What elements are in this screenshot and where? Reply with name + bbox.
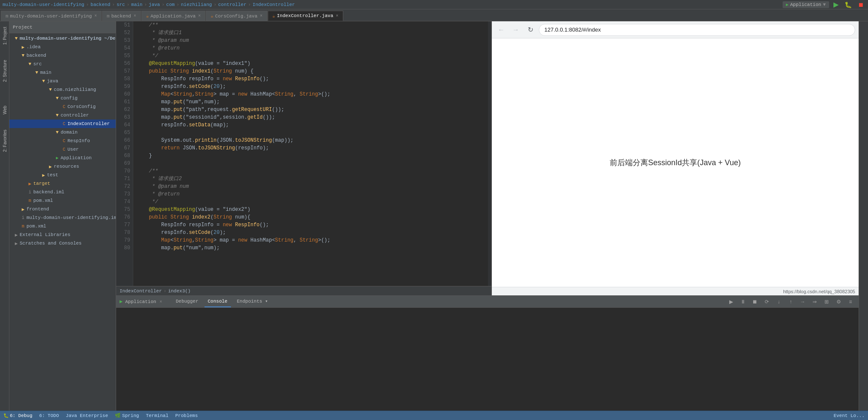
tab-corsconfig-text: CorsConfig.java xyxy=(215,14,257,19)
debug-toolbar-run-cursor[interactable]: ⇒ xyxy=(810,297,819,306)
browser-forward-btn[interactable]: → xyxy=(510,24,522,36)
project-panel-btn[interactable]: 1: Project xyxy=(1,23,8,49)
line-numbers: 5152535455565758596061626364656667686970… xyxy=(116,21,133,286)
tab-multy-close[interactable]: × xyxy=(94,14,97,18)
tree-indexcontroller[interactable]: C IndexController xyxy=(9,120,116,128)
debug-toolbar-pause[interactable]: ⏸ xyxy=(738,297,748,306)
address-input[interactable] xyxy=(544,26,850,33)
tab-indexcontroller-icon: ☕ xyxy=(272,13,275,19)
debug-toolbar-stop[interactable]: ⏹ xyxy=(750,297,760,306)
tree-target-icon: ▶ xyxy=(26,181,33,187)
tree-pom[interactable]: m pom.xml xyxy=(9,222,116,230)
tab-application-close[interactable]: × xyxy=(198,14,201,18)
structure-panel-btn[interactable]: 2: Structure xyxy=(1,58,8,84)
debug-content[interactable] xyxy=(116,308,859,411)
web-panel-btn[interactable]: Web xyxy=(1,102,8,119)
debug-header: ▶ Application × Debugger Console Endpoin… xyxy=(116,296,859,308)
editor-content[interactable]: 5152535455565758596061626364656667686970… xyxy=(116,21,491,286)
debug-toolbar-stepin[interactable]: ↓ xyxy=(774,297,783,306)
sidebar-content[interactable]: ▼ multy-domain-user-identifying ~/Deskto… xyxy=(9,33,116,411)
tab-backend-close[interactable]: × xyxy=(134,14,136,18)
tab-indexcontroller-close[interactable]: × xyxy=(336,14,339,18)
tab-indexcontroller[interactable]: ☕ IndexController.java × xyxy=(268,11,343,21)
status-terminal[interactable]: Terminal xyxy=(146,413,169,418)
status-spring[interactable]: 🌿 Spring xyxy=(115,413,139,418)
tree-respinfo[interactable]: C RespInfo xyxy=(9,137,116,145)
address-bar[interactable] xyxy=(539,24,855,36)
tree-user[interactable]: C User xyxy=(9,145,116,154)
tree-pom-back[interactable]: m pom.xml xyxy=(9,196,116,205)
tree-controller[interactable]: ▼ controller xyxy=(9,111,116,120)
tree-application[interactable]: ▶ Application xyxy=(9,154,116,162)
debug-toolbar-stepover[interactable]: → xyxy=(798,297,807,306)
debug-tab-console[interactable]: Console xyxy=(205,296,231,307)
project-path: multy-domain-user-identifying › backend … xyxy=(3,2,295,7)
status-debug[interactable]: 🐛 6: Debug xyxy=(3,413,32,418)
tree-root[interactable]: ▼ multy-domain-user-identifying ~/Deskto… xyxy=(9,34,116,43)
debug-tab-debugger[interactable]: Debugger xyxy=(172,296,202,307)
tree-target[interactable]: ▶ target xyxy=(9,179,116,188)
favorites-panel-btn[interactable]: 2: Favorites xyxy=(1,128,8,154)
debug-toolbar-settings[interactable]: ⚙ xyxy=(834,297,843,306)
code-content[interactable]: /** * 请求接口1 * @param num * @return */ @R… xyxy=(133,21,488,286)
tree-root-label: multy-domain-user-identifying ~/Desktop xyxy=(20,36,116,41)
debug-button[interactable]: 🐛 xyxy=(843,0,853,9)
breadcrumb-method[interactable]: index3() xyxy=(168,289,191,294)
tree-scratches[interactable]: ▶ Scratches and Consoles xyxy=(9,239,116,248)
editor-browser-split: 5152535455565758596061626364656667686970… xyxy=(116,21,859,295)
status-debug-icon: 🐛 xyxy=(3,413,9,418)
tree-idea[interactable]: ▶ .idea xyxy=(9,43,116,51)
tree-com-icon: ▼ xyxy=(47,87,54,92)
tree-config[interactable]: ▼ config xyxy=(9,94,116,102)
breadcrumb-file[interactable]: IndexController xyxy=(120,289,162,294)
status-event-log[interactable]: Event Lo... xyxy=(833,413,865,418)
tree-domain[interactable]: ▼ domain xyxy=(9,128,116,137)
tree-root-icon: ▼ xyxy=(13,36,20,41)
debug-close-btn[interactable]: × xyxy=(160,299,162,304)
tree-backend-label: backend xyxy=(26,53,46,58)
run-button[interactable]: ▶ xyxy=(832,0,840,9)
tree-resources[interactable]: ▶ resources xyxy=(9,162,116,171)
tree-indexcontroller-icon: C xyxy=(61,122,67,126)
tab-backend[interactable]: m backend × xyxy=(102,11,141,21)
tree-backend-iml-label: backend.iml xyxy=(33,190,64,195)
breadcrumb-sep: › xyxy=(164,289,167,294)
tab-multy[interactable]: m multy-domain-user-identifying × xyxy=(1,11,102,21)
tree-backend-iml[interactable]: i backend.iml xyxy=(9,188,116,196)
debug-toolbar-restart[interactable]: ⟳ xyxy=(762,297,772,306)
status-todo[interactable]: 6: TODO xyxy=(39,413,59,418)
status-problems-label: Problems xyxy=(175,413,198,418)
tree-corsconfig[interactable]: C CorsConfig xyxy=(9,102,116,111)
tree-ext-libs[interactable]: ▶ External Libraries xyxy=(9,230,116,239)
tab-corsconfig[interactable]: ☕ CorsConfig.java × xyxy=(206,11,267,21)
tree-test[interactable]: ▶ test xyxy=(9,171,116,179)
tab-corsconfig-close[interactable]: × xyxy=(260,14,263,18)
debug-toolbar-stepout[interactable]: ↑ xyxy=(786,297,795,306)
tree-frontend[interactable]: ▶ frontend xyxy=(9,205,116,213)
tree-test-icon: ▶ xyxy=(40,172,47,178)
tree-com[interactable]: ▼ com.niezhiliang xyxy=(9,85,116,94)
debug-tab-endpoints[interactable]: Endpoints ▾ xyxy=(234,296,272,307)
tree-src-icon: ▼ xyxy=(26,61,33,67)
browser-back-btn[interactable]: ← xyxy=(495,24,507,36)
tree-main[interactable]: ▼ main xyxy=(9,68,116,77)
debug-toolbar-resume[interactable]: ▶ xyxy=(726,297,736,306)
debug-toolbar-more[interactable]: ≡ xyxy=(846,297,855,306)
tree-domain-icon: ▼ xyxy=(54,130,61,135)
status-problems[interactable]: Problems xyxy=(175,413,198,418)
debug-toolbar-grid[interactable]: ⊞ xyxy=(822,297,831,306)
tab-application[interactable]: ☕ Application.java × xyxy=(141,11,205,21)
tree-backend[interactable]: ▼ backend xyxy=(9,51,116,60)
stop-button[interactable]: ⏹ xyxy=(856,0,865,9)
run-config-icon: ▶ xyxy=(786,2,789,7)
tree-multy-iml[interactable]: i multy-domain-user-identifying.iml xyxy=(9,213,116,222)
tab-backend-text: backend xyxy=(111,14,131,19)
tree-src[interactable]: ▼ src xyxy=(9,60,116,68)
status-java-ent[interactable]: Java Enterprise xyxy=(66,413,108,418)
browser-refresh-btn[interactable]: ↻ xyxy=(524,24,536,36)
editor-gutter xyxy=(488,21,491,286)
editor-breadcrumb: IndexController › index3() xyxy=(116,286,491,295)
tree-java[interactable]: ▼ java xyxy=(9,77,116,85)
debug-panel: ▶ Application × Debugger Console Endpoin… xyxy=(116,295,859,411)
sidebar-header-label: Project xyxy=(13,25,32,30)
